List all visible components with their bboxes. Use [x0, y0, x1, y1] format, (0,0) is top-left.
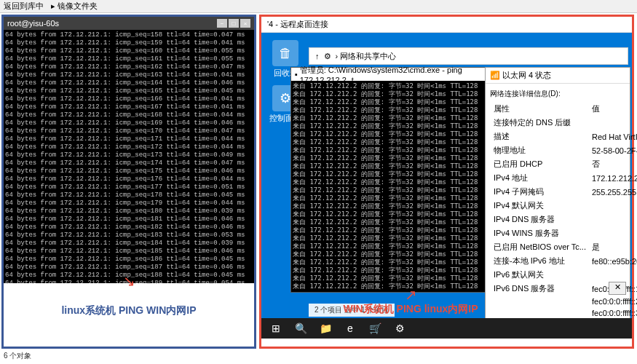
nav-up-icon[interactable]: ↑: [315, 52, 320, 60]
prop-key: IPv4 WINS 服务器: [491, 227, 588, 240]
control-panel-icon: ⚙: [324, 52, 331, 61]
rdp-title: '4 - 远程桌面连接: [267, 19, 328, 30]
prop-val: [590, 213, 637, 226]
close-button[interactable]: ×: [240, 19, 250, 28]
linux-caption: linux系统机 PING WIN内网IP: [61, 304, 196, 317]
file-manager-statusbar: 6 个对象: [0, 350, 637, 362]
linux-title-text: root@yisu-60s: [7, 19, 59, 28]
table-row: fec0:0:0:ffff::2%1: [491, 296, 637, 306]
desktop-icon-glyph: 🗑: [272, 40, 298, 66]
prop-val: fec0:0:0:ffff::3%1: [590, 308, 637, 318]
table-row: 已启用 DHCP否: [491, 158, 637, 170]
taskbar-item-3[interactable]: e: [339, 320, 362, 337]
prop-key: 已启用 NetBIOS over Tc...: [491, 241, 588, 253]
cmd-window: ▪ 管理员: C:\Windows\system32\cmd.exe - pin…: [290, 67, 494, 293]
status-section-label: 网络连接详细信息(D):: [490, 89, 625, 99]
table-row: 已启用 NetBIOS over Tc...是: [491, 241, 637, 253]
taskbar-item-0[interactable]: ⊞: [264, 320, 288, 337]
minimize-button[interactable]: −: [217, 19, 227, 28]
linux-terminal-output[interactable]: 64 bytes from 172.12.212.1: icmp_seq=158…: [4, 30, 254, 283]
prop-key: IPv4 默认网关: [491, 199, 588, 212]
table-row: fec0:0:0:ffff::3%1: [491, 308, 637, 318]
dialog-close-button[interactable]: ✕: [609, 282, 626, 295]
prop-val: 172.12.212.2: [590, 172, 637, 184]
arrow-icon: ↘: [123, 272, 135, 290]
windows-taskbar[interactable]: ⊞🔍📁e🛒⚙: [261, 318, 632, 339]
prop-key: 描述: [491, 130, 588, 143]
table-row: IPv4 WINS 服务器: [491, 227, 637, 240]
table-row: IPv4 子网掩码255.255.255.0: [491, 186, 637, 198]
prop-key: 连接特定的 DNS 后缀: [491, 116, 588, 129]
rdp-titlebar: '4 - 远程桌面连接: [261, 17, 632, 33]
cmd-title-text: 管理员: C:\Windows\system32\cmd.exe - ping …: [300, 65, 490, 84]
prop-val: [590, 199, 637, 212]
linux-caption-area: ↘ linux系统机 PING WIN内网IP: [4, 283, 254, 338]
table-row: 连接特定的 DNS 后缀: [491, 116, 637, 129]
table-row: 物理地址52-58-00-2F-4D-A6: [491, 144, 637, 157]
cmd-titlebar: ▪ 管理员: C:\Windows\system32\cmd.exe - pin…: [291, 68, 494, 81]
windows-rdp-panel: '4 - 远程桌面连接 🗑回收站⚙控制面板 ↑ ⚙ › 网络和共享中心 ▪ 管理…: [259, 15, 634, 349]
file-manager-toolbar: 返回到库中 ▸ 镜像文件夹: [0, 0, 637, 13]
table-row: IPv6 默认网关: [491, 269, 637, 281]
prop-val: [590, 116, 637, 129]
taskbar-item-1[interactable]: 🔍: [289, 320, 312, 337]
linux-panel: root@yisu-60s − □ × 64 bytes from 172.12…: [1, 15, 256, 349]
prop-val: fec0:0:0:ffff::2%1: [590, 296, 637, 306]
status-dialog-title: 📶 以太网 4 状态: [486, 68, 630, 84]
windows-caption: WIN系统机 PING linux内网IP: [343, 303, 478, 316]
prop-key: 连接-本地 IPv6 地址: [491, 255, 588, 267]
prop-key: IPv4 DNS 服务器: [491, 213, 588, 226]
table-row: 描述Red Hat VirtIO Ethernet Adapter: [491, 130, 637, 143]
taskbar-item-4[interactable]: 🛒: [363, 320, 387, 337]
prop-val: Red Hat VirtIO Ethernet Adapter: [590, 130, 637, 143]
prop-val: 否: [590, 158, 637, 170]
table-row: IPv4 默认网关: [491, 199, 637, 212]
prop-val: fe80::e95b:26b5:fa2b:b6d4%1: [590, 255, 637, 267]
prop-key: IPv6 DNS 服务器: [491, 282, 588, 295]
linux-window-titlebar: root@yisu-60s − □ ×: [4, 17, 254, 30]
prop-key: 物理地址: [491, 144, 588, 157]
cmd-icon: ▪: [295, 70, 298, 79]
prop-val: [590, 269, 637, 281]
arrow-icon: ↗: [405, 286, 417, 304]
prop-val: 255.255.255.0: [590, 186, 637, 198]
maximize-button[interactable]: □: [229, 19, 239, 28]
prop-val: 是: [590, 241, 637, 253]
explorer-path: › 网络和共享中心: [336, 51, 397, 62]
cmd-output[interactable]: 来自 172.12.212.2 的回复: 字节=32 时间<1ms TTL=12…: [291, 81, 494, 292]
table-row: IPv4 地址172.12.212.2: [491, 172, 637, 184]
taskbar-item-5[interactable]: ⚙: [388, 320, 411, 337]
col-header-property: 属性: [491, 103, 588, 115]
prop-key: IPv4 子网掩码: [491, 186, 588, 198]
toolbar-breadcrumb[interactable]: ▸ 镜像文件夹: [51, 1, 98, 12]
toolbar-back[interactable]: 返回到库中: [4, 1, 44, 12]
prop-key: IPv6 默认网关: [491, 269, 588, 281]
col-header-value: 值: [590, 103, 637, 115]
prop-val: 52-58-00-2F-4D-A6: [590, 144, 637, 157]
prop-key: IPv4 地址: [491, 172, 588, 184]
table-row: IPv4 DNS 服务器: [491, 213, 637, 226]
prop-key: 已启用 DHCP: [491, 158, 588, 170]
windows-desktop[interactable]: 🗑回收站⚙控制面板 ↑ ⚙ › 网络和共享中心 ▪ 管理员: C:\Window…: [261, 33, 632, 339]
taskbar-item-2[interactable]: 📁: [314, 320, 337, 337]
table-row: 连接-本地 IPv6 地址fe80::e95b:26b5:fa2b:b6d4%1: [491, 255, 637, 267]
explorer-address-bar[interactable]: ↑ ⚙ › 网络和共享中心: [309, 47, 628, 65]
prop-val: [590, 227, 637, 240]
